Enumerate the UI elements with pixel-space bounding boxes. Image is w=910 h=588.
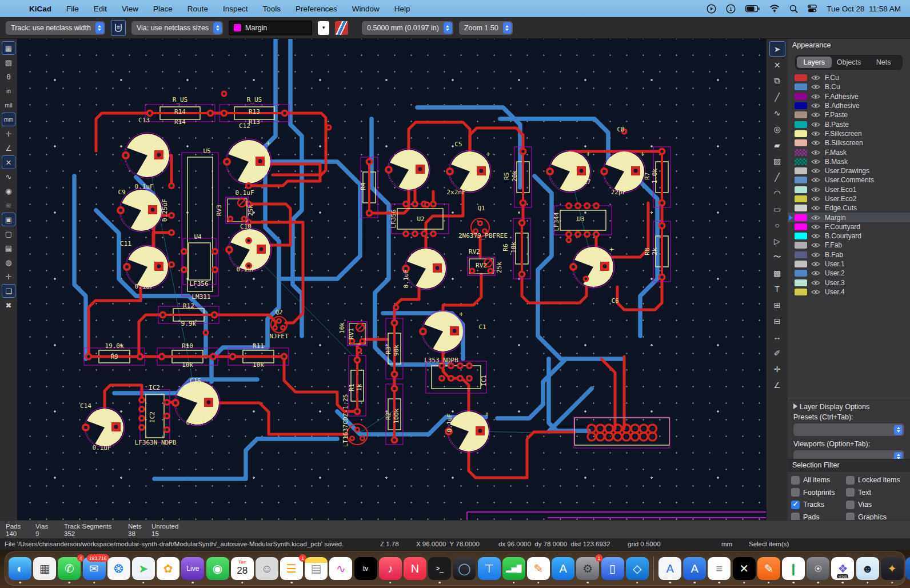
menu-file[interactable]: File (66, 5, 79, 13)
layer-color-swatch[interactable] (795, 261, 807, 267)
add-dimension-icon[interactable]: ↔ (769, 329, 785, 345)
layer-row-user-4[interactable]: User.4 (788, 287, 910, 297)
layer-row-f-courtyard[interactable]: F.Courtyard (788, 222, 910, 231)
layer-row-b-silkscreen[interactable]: B.Silkscreen (788, 138, 910, 147)
layer-visibility-eye-icon[interactable] (811, 261, 820, 267)
tab-objects[interactable]: Objects (832, 57, 867, 68)
grid-size-stepper[interactable] (444, 22, 452, 34)
dock-item-notes[interactable]: ▤ (305, 557, 328, 580)
layer-color-swatch[interactable] (795, 177, 807, 183)
layer-row-user-2[interactable]: User.2 (788, 269, 910, 278)
dock-item-vscode[interactable]: ◇ (626, 557, 649, 580)
dock-item-mongodb[interactable]: ❙ (782, 557, 805, 580)
dock-item-steam[interactable]: ◯ (453, 557, 476, 580)
layer-visibility-eye-icon[interactable] (811, 270, 820, 276)
battery-icon[interactable] (745, 5, 760, 13)
filter-item-text[interactable]: Text (846, 487, 908, 498)
dock-item-remote[interactable]: ▯ (601, 557, 624, 580)
dock-item-instruments[interactable]: A (683, 557, 706, 580)
layer-color-swatch[interactable] (795, 167, 807, 174)
track-width-stepper[interactable] (95, 22, 104, 34)
filter-item-tracks[interactable]: Tracks (791, 499, 846, 510)
via-size-dropdown[interactable]: Via: use netclass sizes (131, 21, 223, 35)
layer-visibility-eye-icon[interactable] (811, 177, 820, 183)
layer-selector[interactable]: Margin (229, 21, 312, 35)
layer-row-b-fab[interactable]: B.Fab (788, 250, 910, 259)
tab-layers[interactable]: Layers (797, 57, 832, 68)
layer-color-swatch[interactable] (795, 233, 807, 239)
layer-color-swatch[interactable] (795, 195, 807, 202)
menu-edit[interactable]: Edit (94, 5, 107, 13)
polar-coords-icon[interactable]: θ (2, 70, 15, 83)
via-display-icon[interactable]: ▢ (2, 227, 15, 241)
route-track-icon[interactable]: ╱ (769, 89, 785, 105)
layer-visibility-eye-icon[interactable] (811, 84, 820, 90)
dock-item-facetime[interactable]: ◉ (206, 557, 229, 580)
layer-visibility-eye-icon[interactable] (811, 131, 820, 137)
add-text-icon[interactable]: T (769, 281, 785, 297)
layer-row-f-silkscreen[interactable]: F.Silkscreen (788, 129, 910, 138)
layer-color-swatch[interactable] (795, 223, 807, 230)
filter-checkbox-locked-items[interactable] (846, 476, 855, 485)
filter-item-locked-items[interactable]: Locked items (846, 474, 908, 486)
select-tool-icon[interactable]: ➤ (769, 41, 785, 57)
layer-visibility-eye-icon[interactable] (811, 150, 820, 155)
net-highlight-icon[interactable]: ◉ (2, 184, 15, 198)
layer-row-b-adhesive[interactable]: B.Adhesive (788, 101, 910, 110)
tab-nets[interactable]: Nets (866, 57, 901, 68)
filter-checkbox-tracks[interactable] (791, 501, 800, 509)
layer-row-user-1[interactable]: User.1 (788, 259, 910, 269)
layer-visibility-eye-icon[interactable] (811, 94, 820, 99)
grid-off-icon[interactable]: ▨ (2, 55, 15, 69)
dock-item-live[interactable]: Live (181, 557, 204, 580)
spotlight-icon[interactable] (789, 5, 798, 13)
layer-row-user-3[interactable]: User.3 (788, 278, 910, 287)
dock-item-maps[interactable]: ➤ (132, 557, 155, 580)
layer-visibility-eye-icon[interactable] (811, 112, 820, 118)
control-center-icon[interactable] (808, 5, 817, 13)
dock-item-password-manager[interactable]: ✦ (881, 557, 904, 580)
dock-item-textedit[interactable]: ≡ (708, 557, 731, 580)
layer-row-user-comments[interactable]: User.Comments (788, 175, 910, 185)
menu-preferences[interactable]: Preferences (296, 5, 337, 13)
dock-item-keynote[interactable]: ⊤ (478, 557, 501, 580)
dock-item-ai-assistant[interactable]: ☻ (856, 557, 879, 580)
layer-visibility-eye-icon[interactable] (811, 242, 820, 248)
layer-row-user-drawings[interactable]: User.Drawings (788, 166, 910, 175)
menu-window[interactable]: Window (352, 5, 380, 13)
dock-item-reminders[interactable]: ☰1 (280, 557, 303, 580)
layer-row-f-cu[interactable]: F.Cu (788, 73, 910, 82)
layer-color-swatch[interactable] (795, 139, 807, 146)
measure-tool-icon[interactable]: ∠ (769, 377, 785, 393)
layer-visibility-eye-icon[interactable] (811, 122, 820, 127)
layer-visibility-eye-icon[interactable] (811, 224, 820, 230)
layer-visibility-eye-icon[interactable] (811, 187, 820, 193)
pad-display-icon[interactable]: ▣ (2, 213, 15, 226)
dock-item-music[interactable]: ♪ (379, 557, 402, 580)
menu-kicad[interactable]: KiCad (29, 5, 51, 13)
dock-item-app-store[interactable]: A (552, 557, 574, 580)
layer-row-b-cu[interactable]: B.Cu (788, 82, 910, 91)
via-size-stepper[interactable] (213, 22, 222, 34)
zoom-dropdown[interactable]: Zoom 1.50 (459, 21, 513, 35)
layer-visibility-eye-icon[interactable] (811, 75, 820, 81)
layer-visibility-eye-icon[interactable] (811, 289, 820, 295)
layer-color-swatch[interactable] (795, 149, 807, 156)
layer-row-edge-cuts[interactable]: Edge.Cuts (788, 203, 910, 213)
layer-selector-dropdown-button[interactable]: ▼ (318, 21, 329, 35)
dock-item-launchpad[interactable]: ▦ (33, 557, 56, 580)
sync-badge-icon[interactable]: 1 (726, 4, 736, 14)
pcb-editor-canvas[interactable]: +++++++R_USR14R14R_USR13R13C130.1uFC120.… (17, 39, 766, 520)
layer-color-swatch[interactable] (795, 130, 807, 137)
curved-ratsnest-icon[interactable]: ∿ (2, 170, 15, 183)
layer-color-swatch[interactable] (795, 111, 807, 118)
layer-row-b-mask[interactable]: B.Mask (788, 157, 910, 166)
grid-visibility-icon[interactable]: ▦ (2, 41, 15, 55)
dock-item-news[interactable]: N (404, 557, 426, 580)
footprint-outline-icon[interactable]: ▤ (2, 241, 15, 255)
menu-route[interactable]: Route (187, 5, 208, 13)
units-mils-icon[interactable]: mil (2, 98, 15, 112)
draw-rect-icon[interactable]: ▭ (769, 201, 785, 217)
route-diff-pair-icon[interactable]: ⧉ (769, 73, 785, 89)
layer-visibility-eye-icon[interactable] (811, 159, 820, 165)
